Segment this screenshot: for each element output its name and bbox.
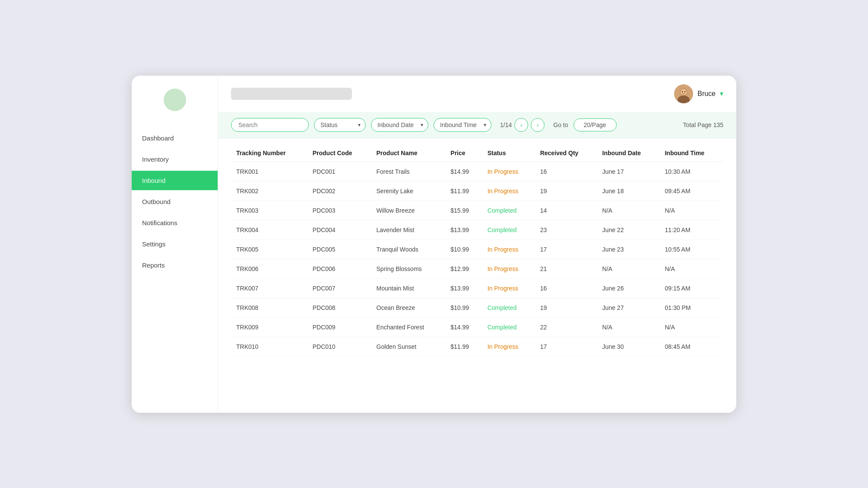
status-filter[interactable]: Status In Progress Completed <box>314 118 366 132</box>
sidebar-item-reports[interactable]: Reports <box>132 255 218 275</box>
cell-tracking: TRK008 <box>231 298 307 317</box>
table-row: TRK008 PDC008 Ocean Breeze $10.99 Comple… <box>231 298 723 317</box>
search-input[interactable] <box>231 118 309 132</box>
cell-time: 01:30 PM <box>659 298 723 317</box>
table-row: TRK007 PDC007 Mountain Mist $13.99 In Pr… <box>231 278 723 298</box>
header-title-bar <box>231 88 352 100</box>
cell-time: 11:20 AM <box>659 220 723 239</box>
cell-date: June 30 <box>597 337 660 356</box>
col-inbound-date: Inbound Date <box>597 143 660 162</box>
goto-input[interactable] <box>573 118 617 131</box>
pagination-next-button[interactable]: › <box>531 118 545 132</box>
cell-name: Enchanted Forest <box>371 317 446 337</box>
svg-point-5 <box>684 91 685 92</box>
cell-date: June 26 <box>597 278 660 298</box>
sidebar-item-settings[interactable]: Settings <box>132 234 218 254</box>
cell-status: In Progress <box>482 162 535 181</box>
cell-qty: 16 <box>535 162 597 181</box>
cell-code: PDC005 <box>307 239 371 259</box>
cell-time: N/A <box>659 317 723 337</box>
sidebar-logo <box>164 89 186 111</box>
cell-tracking: TRK001 <box>231 162 307 181</box>
cell-time: 09:15 AM <box>659 278 723 298</box>
table-row: TRK002 PDC002 Serenity Lake $11.99 In Pr… <box>231 181 723 201</box>
sidebar-item-inbound[interactable]: Inbound <box>132 171 218 190</box>
table-row: TRK005 PDC005 Tranquil Woods $10.99 In P… <box>231 239 723 259</box>
cell-qty: 19 <box>535 181 597 201</box>
cell-code: PDC001 <box>307 162 371 181</box>
sidebar-item-label: Notifications <box>142 219 177 226</box>
sidebar-item-notifications[interactable]: Notifications <box>132 213 218 233</box>
sidebar-nav: Dashboard Inventory Inbound Outbound Not… <box>132 128 218 275</box>
cell-price: $14.99 <box>445 162 482 181</box>
cell-status: Completed <box>482 317 535 337</box>
cell-date: June 18 <box>597 181 660 201</box>
svg-point-4 <box>682 91 683 92</box>
sidebar-item-inventory[interactable]: Inventory <box>132 150 218 169</box>
col-tracking-number: Tracking Number <box>231 143 307 162</box>
cell-qty: 21 <box>535 259 597 278</box>
status-filter-wrapper: Status In Progress Completed <box>314 118 366 132</box>
cell-qty: 14 <box>535 201 597 220</box>
sidebar-item-label: Outbound <box>142 198 171 205</box>
cell-name: Spring Blossoms <box>371 259 446 278</box>
sidebar-item-dashboard[interactable]: Dashboard <box>132 128 218 148</box>
cell-time: 09:45 AM <box>659 181 723 201</box>
col-product-name: Product Name <box>371 143 446 162</box>
cell-code: PDC006 <box>307 259 371 278</box>
cell-tracking: TRK002 <box>231 181 307 201</box>
cell-qty: 23 <box>535 220 597 239</box>
cell-tracking: TRK006 <box>231 259 307 278</box>
cell-qty: 17 <box>535 239 597 259</box>
cell-code: PDC010 <box>307 337 371 356</box>
cell-status: Completed <box>482 298 535 317</box>
sidebar-item-label: Inbound <box>142 177 165 184</box>
pagination-prev-button[interactable]: ‹ <box>514 118 528 132</box>
cell-time: 08:45 AM <box>659 337 723 356</box>
cell-name: Tranquil Woods <box>371 239 446 259</box>
cell-name: Forest Trails <box>371 162 446 181</box>
cell-name: Mountain Mist <box>371 278 446 298</box>
inbound-date-filter-wrapper: Inbound Date <box>371 118 428 132</box>
cell-price: $10.99 <box>445 239 482 259</box>
col-product-code: Product Code <box>307 143 371 162</box>
main-content: Bruce ▾ Status In Progress Completed Inb… <box>218 76 736 413</box>
cell-date: N/A <box>597 317 660 337</box>
cell-code: PDC007 <box>307 278 371 298</box>
cell-tracking: TRK004 <box>231 220 307 239</box>
cell-qty: 19 <box>535 298 597 317</box>
table-container: Tracking Number Product Code Product Nam… <box>218 138 736 413</box>
cell-name: Golden Sunset <box>371 337 446 356</box>
cell-status: In Progress <box>482 278 535 298</box>
cell-code: PDC003 <box>307 201 371 220</box>
total-pages-label: Total Page 135 <box>683 121 723 128</box>
app-container: Dashboard Inventory Inbound Outbound Not… <box>132 76 736 413</box>
cell-status: In Progress <box>482 239 535 259</box>
filter-bar: Status In Progress Completed Inbound Dat… <box>218 112 736 138</box>
inbound-time-filter[interactable]: Inbound Time <box>434 118 491 132</box>
cell-price: $13.99 <box>445 220 482 239</box>
cell-time: N/A <box>659 259 723 278</box>
cell-name: Lavender Mist <box>371 220 446 239</box>
cell-tracking: TRK010 <box>231 337 307 356</box>
pagination-info: 1/14 <box>500 121 512 128</box>
user-name: Bruce <box>697 90 716 98</box>
cell-status: Completed <box>482 220 535 239</box>
cell-price: $11.99 <box>445 337 482 356</box>
cell-time: 10:55 AM <box>659 239 723 259</box>
header-user: Bruce ▾ <box>674 84 723 103</box>
cell-date: June 23 <box>597 239 660 259</box>
cell-tracking: TRK009 <box>231 317 307 337</box>
inbound-time-filter-wrapper: Inbound Time <box>434 118 491 132</box>
sidebar-item-outbound[interactable]: Outbound <box>132 192 218 211</box>
cell-date: N/A <box>597 201 660 220</box>
col-status: Status <box>482 143 535 162</box>
chevron-down-icon[interactable]: ▾ <box>720 89 723 98</box>
cell-code: PDC002 <box>307 181 371 201</box>
inbound-date-filter[interactable]: Inbound Date <box>371 118 428 132</box>
cell-price: $15.99 <box>445 201 482 220</box>
cell-status: Completed <box>482 201 535 220</box>
cell-time: N/A <box>659 201 723 220</box>
cell-status: In Progress <box>482 337 535 356</box>
cell-tracking: TRK003 <box>231 201 307 220</box>
